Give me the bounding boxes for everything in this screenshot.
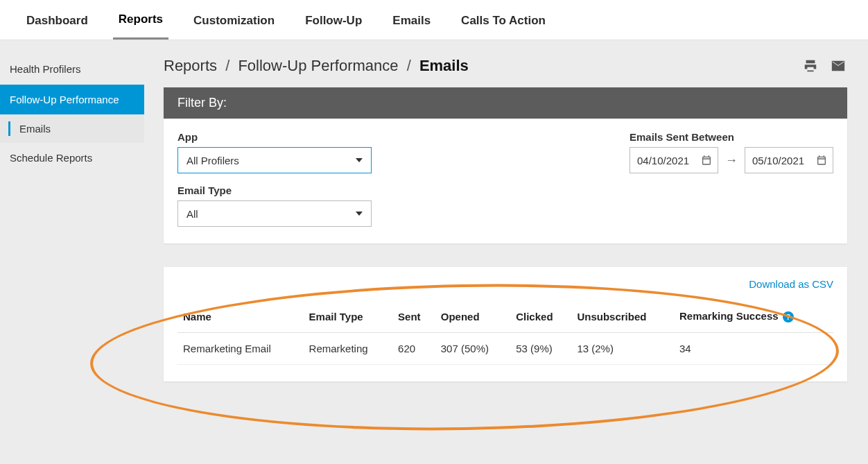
col-remarking-success[interactable]: Remarking Success ?	[674, 303, 833, 333]
chevron-down-icon	[356, 158, 363, 162]
results-card: Download as CSV Name Email Type Sent Ope…	[164, 267, 847, 381]
results-table: Name Email Type Sent Opened Clicked Unsu…	[177, 303, 833, 365]
col-remarking-success-label: Remarking Success	[679, 310, 779, 322]
table-row: Remarketing Email Remarketing 620 307 (5…	[177, 333, 833, 365]
col-clicked[interactable]: Clicked	[510, 303, 571, 333]
sidebar-subitem-emails[interactable]: Emails	[0, 114, 144, 143]
col-sent[interactable]: Sent	[392, 303, 435, 333]
print-icon[interactable]	[801, 58, 819, 74]
nav-calls-to-action[interactable]: Calls To Action	[455, 1, 551, 39]
download-csv-link[interactable]: Download as CSV	[749, 278, 833, 290]
app-select[interactable]: All Profilers	[177, 147, 372, 173]
col-name[interactable]: Name	[177, 303, 304, 333]
col-unsubscribed[interactable]: Unsubscribed	[571, 303, 674, 333]
nav-emails[interactable]: Emails	[387, 1, 436, 39]
nav-follow-up[interactable]: Follow-Up	[300, 1, 367, 39]
sidebar-item-schedule-reports[interactable]: Schedule Reports	[0, 143, 144, 173]
calendar-icon	[816, 155, 827, 166]
sidebar-item-follow-up-performance[interactable]: Follow-Up Performance	[0, 85, 144, 115]
sidebar-item-health-profilers[interactable]: Health Profilers	[0, 54, 144, 85]
chevron-down-icon	[356, 212, 363, 216]
help-icon[interactable]: ?	[783, 311, 794, 323]
breadcrumb-root[interactable]: Reports	[164, 57, 217, 74]
page-action-icons	[801, 58, 847, 74]
breadcrumb-sep: /	[407, 57, 411, 74]
table-header-row: Name Email Type Sent Opened Clicked Unsu…	[177, 303, 833, 333]
cell-name: Remarketing Email	[177, 333, 304, 365]
breadcrumb: Reports / Follow-Up Performance / Emails	[164, 57, 469, 75]
top-nav: Dashboard Reports Customization Follow-U…	[0, 0, 868, 40]
date-from-value: 04/10/2021	[637, 155, 689, 166]
app-label: App	[177, 131, 630, 143]
email-type-label: Email Type	[177, 184, 630, 196]
calendar-icon	[701, 155, 712, 166]
nav-customization[interactable]: Customization	[188, 1, 280, 39]
nav-reports[interactable]: Reports	[113, 0, 168, 40]
filter-title: Filter By:	[164, 87, 847, 119]
date-to-value: 05/10/2021	[752, 155, 804, 166]
col-opened[interactable]: Opened	[435, 303, 510, 333]
cell-email-type: Remarketing	[304, 333, 393, 365]
col-email-type[interactable]: Email Type	[304, 303, 393, 333]
app-select-value: All Profilers	[186, 155, 239, 166]
filter-card: Filter By: App All Profilers Email Type …	[164, 87, 847, 243]
nav-dashboard[interactable]: Dashboard	[21, 1, 94, 39]
sidebar-subitem-label: Emails	[19, 123, 51, 135]
email-type-select-value: All	[186, 208, 198, 220]
arrow-right-icon: →	[725, 153, 738, 168]
date-from-input[interactable]: 04/10/2021	[630, 147, 718, 173]
cell-clicked: 53 (9%)	[510, 333, 571, 365]
cell-remarking-success: 34	[674, 333, 833, 365]
cell-opened: 307 (50%)	[435, 333, 510, 365]
cell-unsubscribed: 13 (2%)	[571, 333, 674, 365]
breadcrumb-current: Emails	[419, 57, 469, 74]
cell-sent: 620	[392, 333, 435, 365]
breadcrumb-sep: /	[225, 57, 229, 74]
date-to-input[interactable]: 05/10/2021	[745, 147, 833, 173]
breadcrumb-mid[interactable]: Follow-Up Performance	[238, 57, 398, 74]
sidebar: Health Profilers Follow-Up Performance E…	[0, 54, 144, 381]
main-content: Reports / Follow-Up Performance / Emails…	[144, 54, 847, 381]
date-range-label: Emails Sent Between	[630, 131, 833, 143]
email-icon[interactable]	[829, 58, 847, 74]
email-type-select[interactable]: All	[177, 200, 372, 227]
